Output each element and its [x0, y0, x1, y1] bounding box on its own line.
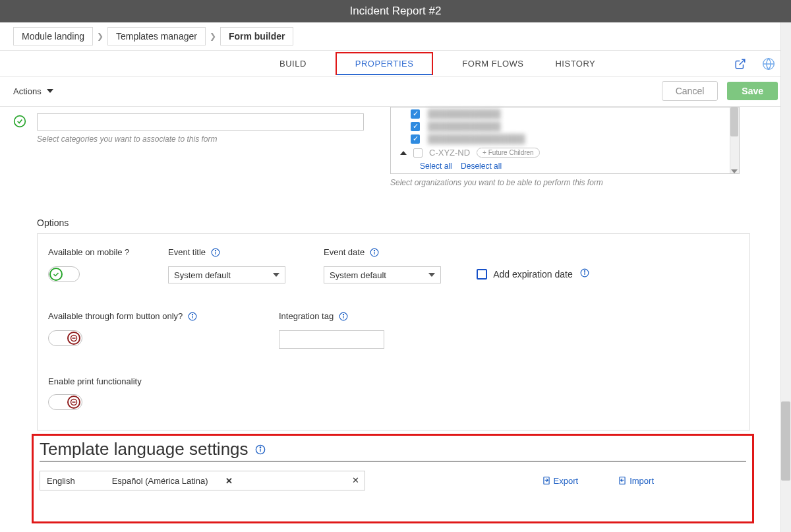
tab-history[interactable]: HISTORY: [552, 52, 598, 75]
page-title: Incident Report #2: [350, 5, 442, 18]
options-heading: Options: [37, 218, 778, 228]
tabs-row: BUILD PROPERTIES FORM FLOWS HISTORY: [0, 51, 791, 77]
event-title-label: Event title: [168, 247, 206, 257]
language-chip-spanish: Español (América Latina): [112, 476, 208, 486]
add-expiration-checkbox[interactable]: [477, 269, 487, 280]
checkbox-checked-icon[interactable]: ✓: [411, 134, 420, 144]
form-button-only-toggle[interactable]: [48, 330, 82, 346]
org-item-redacted: ████████████████: [428, 134, 525, 144]
form-button-only-label: Available through form button only?: [48, 311, 183, 321]
info-icon[interactable]: [580, 268, 589, 278]
breadcrumb-module-landing[interactable]: Module landing: [13, 27, 93, 45]
import-button[interactable]: Import: [618, 476, 654, 486]
event-title-select[interactable]: System default: [168, 266, 285, 283]
minus-circle-icon: [67, 332, 80, 345]
categories-helper: Select categories you want to associate …: [37, 134, 364, 144]
caret-up-icon[interactable]: [400, 151, 407, 155]
external-link-icon[interactable]: [734, 58, 746, 70]
checkbox-empty-icon[interactable]: [413, 148, 423, 158]
page-scroll-thumb[interactable]: [781, 401, 790, 481]
organizations-box[interactable]: ✓ ████████████ ✓ ████████████ ✓ ████████…: [390, 107, 740, 174]
svg-point-14: [192, 314, 193, 314]
tab-build[interactable]: BUILD: [277, 52, 309, 75]
info-icon[interactable]: [255, 444, 266, 455]
actions-dropdown[interactable]: Actions: [13, 86, 53, 96]
future-children-chip[interactable]: + Future Children: [477, 148, 540, 158]
cancel-button[interactable]: Cancel: [662, 81, 718, 101]
checkbox-checked-icon[interactable]: ✓: [411, 109, 420, 119]
page-title-bar: Incident Report #2: [0, 0, 791, 22]
svg-line-0: [740, 59, 745, 65]
language-chip-english: English: [47, 476, 75, 486]
org-item-label: C-XYZ-ND: [429, 148, 470, 158]
integration-tag-input[interactable]: [279, 330, 384, 349]
org-scroll-thumb[interactable]: [730, 107, 738, 136]
tab-form-flows[interactable]: FORM FLOWS: [459, 52, 526, 75]
minus-circle-icon: [67, 396, 80, 409]
info-icon[interactable]: [188, 312, 197, 321]
add-expiration-label: Add expiration date: [493, 269, 573, 280]
svg-point-19: [343, 314, 344, 314]
select-all-link[interactable]: Select all: [420, 162, 452, 171]
caret-down-icon: [47, 89, 53, 93]
clear-languages-icon[interactable]: ✕: [352, 475, 359, 485]
page-scrollbar[interactable]: [780, 22, 791, 532]
svg-point-2: [15, 116, 26, 127]
available-on-mobile-toggle[interactable]: [48, 266, 80, 282]
breadcrumb-templates-manager[interactable]: Templates manager: [107, 27, 206, 45]
svg-point-11: [585, 271, 585, 272]
caret-down-icon: [428, 273, 435, 277]
check-circle-icon: [13, 115, 26, 128]
info-icon[interactable]: [211, 248, 220, 257]
svg-point-5: [216, 250, 216, 251]
event-title-value: System default: [174, 270, 231, 280]
svg-point-24: [260, 447, 260, 448]
org-item-redacted: ████████████: [428, 121, 501, 131]
info-icon[interactable]: [370, 248, 379, 257]
scroll-down-icon[interactable]: [731, 169, 738, 173]
save-button[interactable]: Save: [727, 82, 778, 100]
language-input[interactable]: English Español (América Latina) ✕ ✕: [40, 471, 365, 490]
export-button[interactable]: Export: [542, 476, 579, 486]
remove-language-icon[interactable]: ✕: [225, 476, 233, 486]
options-panel: Available on mobile ? Event title System…: [37, 233, 750, 430]
breadcrumb-form-builder[interactable]: Form builder: [220, 27, 294, 45]
chevron-right-icon: ❯: [97, 32, 103, 41]
checkbox-checked-icon[interactable]: ✓: [411, 122, 420, 131]
integration-tag-label: Integration tag: [279, 311, 334, 321]
categories-input[interactable]: [37, 113, 364, 131]
caret-down-icon: [273, 273, 279, 277]
action-bar: Actions Cancel Save: [0, 77, 791, 107]
org-scrollbar[interactable]: [730, 107, 739, 173]
event-date-value: System default: [330, 270, 386, 280]
enable-print-toggle[interactable]: [48, 394, 82, 410]
chevron-right-icon: ❯: [210, 32, 216, 41]
organizations-helper: Select organizations you want to be able…: [390, 178, 740, 187]
org-item-redacted: ████████████: [428, 109, 501, 119]
available-on-mobile-label: Available on mobile ?: [48, 247, 151, 257]
actions-label: Actions: [13, 86, 42, 96]
deselect-all-link[interactable]: Deselect all: [461, 162, 502, 171]
enable-print-label: Enable print functionality: [48, 376, 739, 386]
language-settings-heading: Template language settings: [40, 439, 249, 459]
globe-icon[interactable]: [762, 57, 775, 71]
check-icon: [49, 268, 63, 281]
event-date-label: Event date: [324, 247, 365, 257]
breadcrumb: Module landing ❯ Templates manager ❯ For…: [0, 22, 791, 51]
svg-point-8: [374, 250, 375, 251]
event-date-select[interactable]: System default: [324, 266, 441, 283]
info-icon[interactable]: [339, 312, 348, 321]
tab-properties[interactable]: PROPERTIES: [336, 52, 434, 75]
